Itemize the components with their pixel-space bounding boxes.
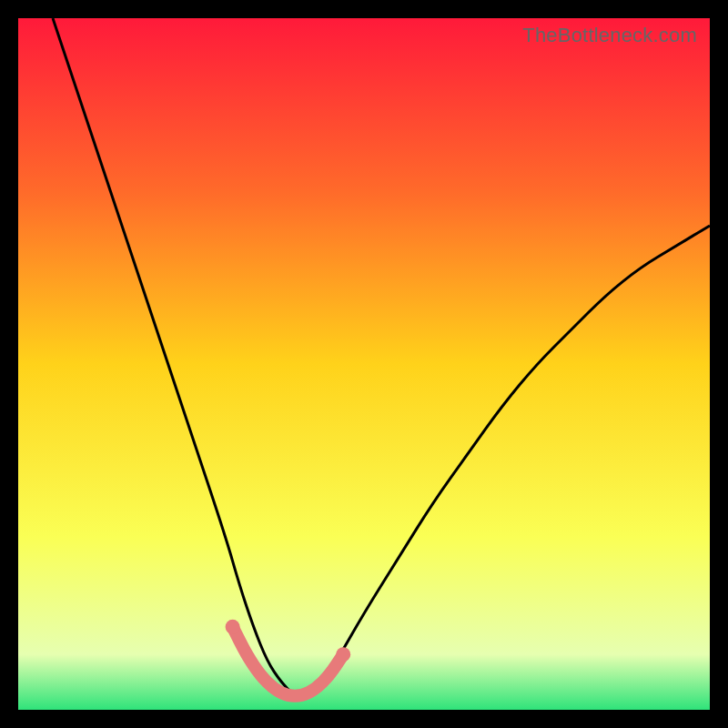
chart-svg (18, 18, 710, 710)
optimal-zone-endpoint (226, 620, 240, 634)
optimal-zone-endpoint (336, 647, 350, 662)
chart-frame: TheBottleneck.com (18, 18, 710, 710)
gradient-background (18, 18, 710, 710)
watermark-text: TheBottleneck.com (522, 24, 697, 47)
